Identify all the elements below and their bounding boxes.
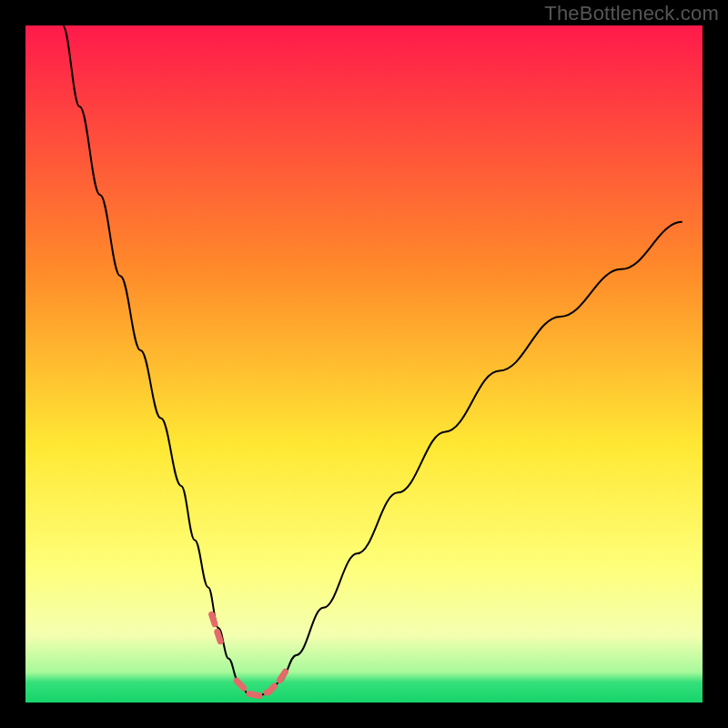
chart-svg: [25, 25, 703, 703]
chart-frame: TheBottleneck.com: [0, 0, 728, 728]
watermark-text: TheBottleneck.com: [544, 2, 719, 25]
gradient-background: [25, 25, 703, 703]
plot-area: [25, 25, 703, 703]
